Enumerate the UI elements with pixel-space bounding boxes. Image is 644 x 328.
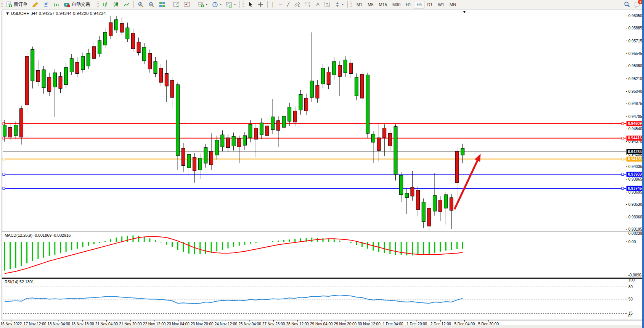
candle [394,127,397,175]
community-button[interactable] [41,0,51,9]
candle [226,138,230,147]
candle [243,136,246,145]
arrows-button[interactable]: ▾ [333,0,345,9]
chart-shift-button[interactable] [182,0,192,9]
price-tick-label: 0.93865 [628,177,642,181]
hline-handle[interactable] [622,173,624,175]
candle [92,47,96,58]
templates-button[interactable]: ▾ [224,0,238,9]
timeframe-mn-button[interactable]: MN [447,1,459,8]
styles-button[interactable] [30,0,40,9]
window-bottom-strip [0,325,644,328]
rsi-pane-label: RSI(14) 52.1301 [5,280,34,284]
indicators-button[interactable]: ▾ [196,0,209,9]
candle [170,80,174,97]
fibonacci-button[interactable]: F [303,0,313,9]
candle [36,71,40,82]
candle [338,65,342,76]
signals-icon [53,2,59,8]
hline-handle[interactable] [622,137,624,139]
label-button[interactable]: T [322,0,332,9]
candlestick-button[interactable] [111,0,121,9]
tile-windows-icon [159,2,165,8]
tile-windows-button[interactable] [157,0,167,9]
templates-icon [226,2,232,8]
channel-button[interactable]: E [292,0,302,9]
hline-handle[interactable] [3,173,5,175]
timeframe-h4-button[interactable]: H4 [414,1,424,8]
candle [198,158,202,170]
timeframe-d1-button[interactable]: D1 [424,1,435,8]
chat-button[interactable]: 1 [633,2,640,8]
timeframe-h1-button[interactable]: H1 [403,1,414,8]
price-badge-label: 0.94416 [628,136,642,140]
candle [103,32,107,45]
timeframe-m5-button[interactable]: M5 [365,1,376,8]
timeframe-m30-button[interactable]: M30 [390,1,403,8]
candle [299,94,302,110]
hline-button[interactable]: ─ [277,0,284,9]
signals-button[interactable] [51,0,61,9]
candle [249,124,252,138]
hline-handle[interactable] [3,187,5,189]
price-tick-label: 0.95380 [628,64,642,68]
zoom-out-button[interactable] [146,0,156,9]
fibonacci-icon: F [305,2,312,7]
candle [25,56,29,105]
candle [204,147,207,163]
bar-chart-button[interactable] [100,0,110,9]
candle [70,58,73,72]
label-icon: T [324,2,330,7]
timeframe-m1-button[interactable]: M1 [354,1,365,8]
zoom-in-button[interactable] [136,0,146,9]
candle [438,200,442,212]
new-order-icon [6,2,12,8]
candle [159,68,163,82]
timeframe-m15-button[interactable]: M15 [376,1,390,8]
vline-button[interactable]: │ [270,0,276,9]
auto-scroll-button[interactable] [171,0,181,9]
autotrade-button[interactable]: 自动交易 [62,0,92,9]
cursor-button[interactable] [246,0,255,9]
candle [115,19,118,30]
candle [126,28,129,39]
price-tick-label: 0.93360 [628,215,642,219]
hline-handle[interactable] [622,158,624,160]
rsi-axis-label: 80 [628,285,633,289]
channel-icon: E [294,2,300,7]
candle [42,70,45,88]
chart-canvas[interactable]: 0.960500.958850.957150.955450.953800.952… [0,0,644,328]
indicators-icon [198,2,204,8]
candle [31,50,34,81]
zoom-in-icon [138,2,144,8]
candle [282,116,286,127]
timeframe-w1-button[interactable]: W1 [435,1,447,8]
search-icon[interactable] [624,1,630,8]
price-badge-label: 0.93745 [628,186,642,191]
macd-pane-label: MACD(12,26,9) -0.001869 -0.002916 [5,233,71,238]
price-tick-label: 0.94540 [628,127,642,131]
toolbar-grip[interactable] [1,2,3,8]
hline-handle[interactable] [622,123,624,125]
candle [422,202,425,221]
candle [3,125,6,136]
macd-axis-label: -0.009037 [628,273,644,277]
candle [310,81,313,97]
price-tick-label: 0.94035 [628,165,642,169]
crosshair-button[interactable] [256,0,265,9]
candle [332,61,336,75]
line-chart-button[interactable] [122,0,132,9]
periods-button[interactable]: ▾ [210,0,223,9]
hline-handle[interactable] [622,187,624,189]
hline-handle[interactable] [3,158,5,160]
candle [215,140,218,155]
new-order-button[interactable]: 新订单 [4,0,29,9]
candle [48,77,51,91]
price-tick-label: 0.95715 [628,39,642,43]
candle [371,134,375,142]
candle [210,151,213,165]
candle [87,53,90,66]
trendline-button[interactable]: ╱ [285,0,291,9]
candle [444,195,448,208]
text-button[interactable]: A [314,0,321,9]
